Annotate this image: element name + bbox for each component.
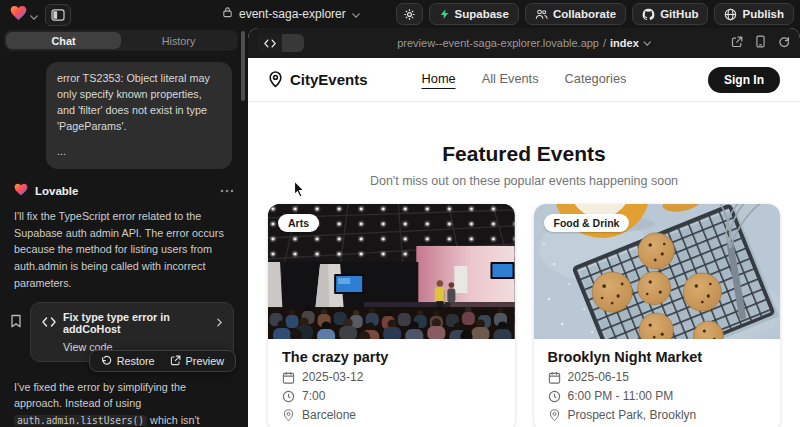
brand-name: CityEvents <box>290 71 368 88</box>
preview-url[interactable]: preview--event-saga-explorer.lovable.app… <box>397 37 651 49</box>
restore-button[interactable]: Restore <box>101 355 155 367</box>
lovable-logo-menu[interactable] <box>10 5 38 25</box>
event-date: 2025-06-15 <box>568 370 629 384</box>
event-time: 6:00 PM - 11:00 PM <box>568 389 674 403</box>
code-brackets-icon <box>42 317 56 329</box>
settings-button[interactable] <box>396 3 423 25</box>
clock-icon <box>282 390 295 403</box>
event-photo-cookies: Food & Drink <box>534 204 781 339</box>
preview-chrome-bar: preview--event-saga-explorer.lovable.app… <box>248 28 800 58</box>
preview-panel: preview--event-saga-explorer.lovable.app… <box>248 28 800 427</box>
code-brackets-icon <box>264 39 276 48</box>
refresh-icon[interactable] <box>778 34 790 52</box>
nav-all-events[interactable]: All Events <box>482 71 539 89</box>
chevron-down-icon <box>352 7 360 21</box>
event-time: 7:00 <box>302 389 325 403</box>
location-pin-icon <box>282 409 295 422</box>
chat-panel: Chat History error TS2353: Object litera… <box>0 28 248 427</box>
mobile-view-icon[interactable] <box>756 34 765 52</box>
user-message-bubble: error TS2353: Object literal may only sp… <box>46 62 232 169</box>
section-subtitle: Don't miss out on these popular events h… <box>248 174 800 188</box>
preview-button[interactable]: Preview <box>170 355 224 367</box>
calendar-icon <box>282 371 295 384</box>
calendar-icon <box>548 371 561 384</box>
event-cards: Arts The crazy party 2025-03-12 7:00 <box>248 204 800 427</box>
location-pin-icon <box>268 71 283 88</box>
restore-preview-toolbar: Restore Preview <box>89 350 236 372</box>
code-card-title: Fix type type error in addCoHost <box>63 311 210 335</box>
open-in-new-tab-icon[interactable] <box>731 34 743 52</box>
category-badge: Arts <box>278 214 319 232</box>
location-pin-icon <box>548 409 561 422</box>
section-title: Featured Events <box>248 142 800 166</box>
supabase-bolt-icon <box>439 8 450 20</box>
clock-icon <box>548 390 561 403</box>
event-location: Prospect Park, Brooklyn <box>568 408 697 422</box>
event-card[interactable]: Food & Drink Brooklyn Night Market 2025-… <box>534 204 781 427</box>
event-title: Brooklyn Night Market <box>548 349 767 365</box>
brand[interactable]: CityEvents <box>268 71 368 88</box>
supabase-button[interactable]: Supabase <box>429 3 519 25</box>
github-button[interactable]: GitHub <box>632 3 708 25</box>
assistant-message-1: I'll fix the TypeScript error related to… <box>14 208 234 292</box>
user-message-ellipsis: ... <box>57 144 221 160</box>
chevron-down-icon <box>643 41 651 46</box>
category-badge: Food & Drink <box>544 214 630 232</box>
event-title: The crazy party <box>282 349 501 365</box>
url-page: index <box>610 37 639 49</box>
event-location: Barcelone <box>302 408 356 422</box>
assistant-message-2: I've fixed the error by simplifying the … <box>0 379 248 427</box>
assistant-message: Lovable I'll fix the TypeScript error re… <box>0 182 248 292</box>
lovable-logo-icon <box>10 5 27 25</box>
chat-history-tabs: Chat History <box>4 30 238 51</box>
project-title-menu[interactable]: event-saga-explorer <box>222 6 360 21</box>
sign-in-button[interactable]: Sign In <box>708 67 780 93</box>
assistant-name: Lovable <box>35 185 78 197</box>
app-nav: Home All Events Categories <box>422 71 627 89</box>
inline-code: auth.admin.listUsers() <box>14 415 147 426</box>
app-window: event-saga-explorer Supabase <box>0 0 800 427</box>
code-preview-toggle[interactable] <box>258 34 304 52</box>
globe-icon <box>724 8 737 21</box>
city-events-app: CityEvents Home All Events Categories Si… <box>248 58 800 427</box>
topbar: event-saga-explorer Supabase <box>0 0 800 28</box>
gear-icon <box>403 8 416 21</box>
panel-layout-icon <box>51 9 65 21</box>
user-message-text: error TS2353: Object literal may only sp… <box>57 71 221 135</box>
lock-icon <box>222 6 233 21</box>
chat-scrollbar[interactable] <box>241 31 245 101</box>
tab-chat[interactable]: Chat <box>6 32 121 49</box>
bookmark-icon[interactable] <box>10 314 22 332</box>
restore-icon <box>101 355 112 366</box>
publish-button[interactable]: Publish <box>714 3 794 25</box>
sidebar-toggle-button[interactable] <box>45 4 71 26</box>
event-card[interactable]: Arts The crazy party 2025-03-12 7:00 <box>268 204 515 427</box>
nav-categories[interactable]: Categories <box>565 71 627 89</box>
url-domain: preview--event-saga-explorer.lovable.app <box>397 37 599 49</box>
project-name: event-saga-explorer <box>239 7 346 21</box>
lovable-avatar-icon <box>14 182 28 200</box>
tab-history[interactable]: History <box>121 32 236 49</box>
github-icon <box>642 8 655 21</box>
event-date: 2025-03-12 <box>302 370 363 384</box>
people-icon <box>535 8 548 20</box>
more-options-icon[interactable] <box>220 189 234 193</box>
app-header: CityEvents Home All Events Categories Si… <box>248 58 800 102</box>
event-photo-conference: Arts <box>268 204 515 339</box>
collaborate-button[interactable]: Collaborate <box>525 3 626 25</box>
chevron-right-icon <box>217 318 222 327</box>
nav-home[interactable]: Home <box>422 71 456 89</box>
chevron-down-icon <box>30 6 38 24</box>
url-separator: / <box>603 37 606 49</box>
external-link-icon <box>170 355 181 366</box>
